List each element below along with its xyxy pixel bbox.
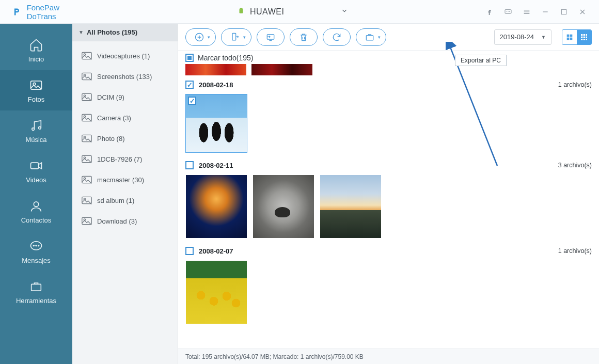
export-pc-icon xyxy=(265,32,276,42)
chevron-down-icon: ▾ xyxy=(243,35,246,40)
nav-label: Contactos xyxy=(21,216,52,224)
album-label: Camera (3) xyxy=(97,114,131,122)
select-all-checkbox[interactable] xyxy=(185,54,194,62)
thumbnail[interactable] xyxy=(185,175,247,239)
group-header: 2008-02-18 1 archivo(s) xyxy=(178,77,599,92)
refresh-button[interactable] xyxy=(323,28,351,46)
nav-label: Inicio xyxy=(28,55,44,63)
feedback-icon[interactable] xyxy=(502,6,514,18)
tools-icon xyxy=(29,279,43,294)
view-large-grid[interactable] xyxy=(562,30,577,44)
album-label: sd album (1) xyxy=(97,197,134,204)
export-pc-button[interactable] xyxy=(257,28,285,46)
android-icon xyxy=(238,7,245,16)
album-list-header[interactable]: ▼ All Photos (195) xyxy=(72,24,178,41)
album-item[interactable]: DCIM (9) xyxy=(72,87,178,107)
album-icon xyxy=(82,52,92,60)
thumbnail[interactable] xyxy=(185,260,247,324)
videos-icon xyxy=(29,159,43,173)
group-checkbox[interactable] xyxy=(185,247,194,255)
nav-label: Herramientas xyxy=(16,297,56,305)
album-item[interactable]: Download (3) xyxy=(72,211,178,231)
menu-icon[interactable] xyxy=(521,6,533,18)
album-label: Download (3) xyxy=(97,217,137,225)
svg-rect-51 xyxy=(584,39,585,40)
svg-point-1 xyxy=(242,9,242,9)
add-button[interactable]: ▾ xyxy=(185,28,216,46)
chevron-down-icon: ▼ xyxy=(541,35,546,40)
thumbnail[interactable] xyxy=(253,175,314,239)
svg-point-16 xyxy=(38,245,39,246)
nav-herramientas[interactable]: Herramientas xyxy=(0,272,72,312)
svg-point-0 xyxy=(240,9,241,9)
album-item[interactable]: Videocaptures (1) xyxy=(72,45,178,66)
group-date: 2008-02-07 xyxy=(199,247,233,255)
device-selector[interactable]: HUAWEI xyxy=(238,7,348,17)
thumbnail[interactable] xyxy=(185,94,247,153)
svg-rect-52 xyxy=(586,39,587,40)
photo-groups: 2008-02-18 1 archivo(s) 2008-02-11 3 arc… xyxy=(178,77,599,349)
album-item[interactable]: macmaster (30) xyxy=(72,169,178,190)
album-item[interactable]: 1DCB-7926 (7) xyxy=(72,149,178,169)
svg-point-4 xyxy=(508,11,508,11)
window-controls xyxy=(483,6,599,18)
album-label: 1DCB-7926 (7) xyxy=(97,155,142,163)
export-device-icon xyxy=(230,32,240,42)
group-date: 2008-02-18 xyxy=(199,81,233,89)
export-device-button[interactable]: ▾ xyxy=(221,28,251,46)
folder-button[interactable]: ▾ xyxy=(356,28,386,46)
svg-rect-37 xyxy=(232,33,236,40)
nav-musica[interactable]: Música xyxy=(0,110,72,151)
thumbnail[interactable] xyxy=(185,64,246,75)
svg-point-15 xyxy=(36,245,37,246)
group-checkbox[interactable] xyxy=(185,161,194,169)
album-item[interactable]: Photo (8) xyxy=(72,128,178,149)
album-label: Screenshots (133) xyxy=(97,73,152,81)
select-all-row: Marcar todo(195) xyxy=(178,51,599,64)
nav-fotos[interactable]: Fotos xyxy=(0,70,72,110)
nav-label: Videos xyxy=(26,176,46,184)
thumbnail[interactable] xyxy=(251,64,312,75)
svg-rect-41 xyxy=(570,34,573,37)
thumb-strip-prev xyxy=(178,64,599,77)
group-date: 2008-02-11 xyxy=(199,162,233,169)
album-icon xyxy=(82,72,92,81)
minimize-button[interactable] xyxy=(539,6,551,18)
svg-rect-44 xyxy=(581,34,582,36)
group-header: 2008-02-07 1 archivo(s) xyxy=(178,244,599,258)
app-name-label: FonePaw DoTrans xyxy=(27,3,72,21)
album-icon xyxy=(82,217,92,225)
svg-rect-40 xyxy=(567,34,570,37)
delete-button[interactable] xyxy=(290,28,318,46)
svg-point-14 xyxy=(33,245,34,246)
collapse-triangle-icon: ▼ xyxy=(78,29,84,35)
album-header-label: All Photos (195) xyxy=(87,28,137,36)
svg-rect-49 xyxy=(586,36,587,38)
album-list: ▼ All Photos (195) Videocaptures (1)Scre… xyxy=(72,24,178,364)
nav-inicio[interactable]: Inicio xyxy=(0,30,72,70)
album-icon xyxy=(82,134,92,143)
app-logo-icon xyxy=(12,6,21,18)
messages-icon xyxy=(29,239,43,254)
svg-rect-45 xyxy=(584,34,585,36)
nav-contactos[interactable]: Contactos xyxy=(0,191,72,231)
thumb-checkbox[interactable] xyxy=(188,97,196,105)
thumbnail[interactable] xyxy=(320,175,382,239)
music-icon xyxy=(29,118,43,133)
group-checkbox[interactable] xyxy=(185,81,194,89)
briefcase-icon xyxy=(365,32,375,42)
album-item[interactable]: Camera (3) xyxy=(72,107,178,128)
view-small-grid[interactable] xyxy=(577,30,591,44)
nav-videos[interactable]: Videos xyxy=(0,151,72,191)
svg-rect-11 xyxy=(31,163,39,169)
left-nav: Inicio Fotos Música Videos Contactos Men… xyxy=(0,24,72,364)
album-item[interactable]: Screenshots (133) xyxy=(72,66,178,87)
nav-mensajes[interactable]: Mensajes xyxy=(0,231,72,272)
tooltip-export-pc: Exportar al PC xyxy=(455,55,507,66)
maximize-button[interactable] xyxy=(558,6,570,18)
group-count: 1 archivo(s) xyxy=(558,81,592,88)
close-button[interactable] xyxy=(576,6,589,18)
home-icon xyxy=(29,38,43,52)
album-item[interactable]: sd album (1) xyxy=(72,190,178,211)
facebook-icon[interactable] xyxy=(483,6,496,18)
